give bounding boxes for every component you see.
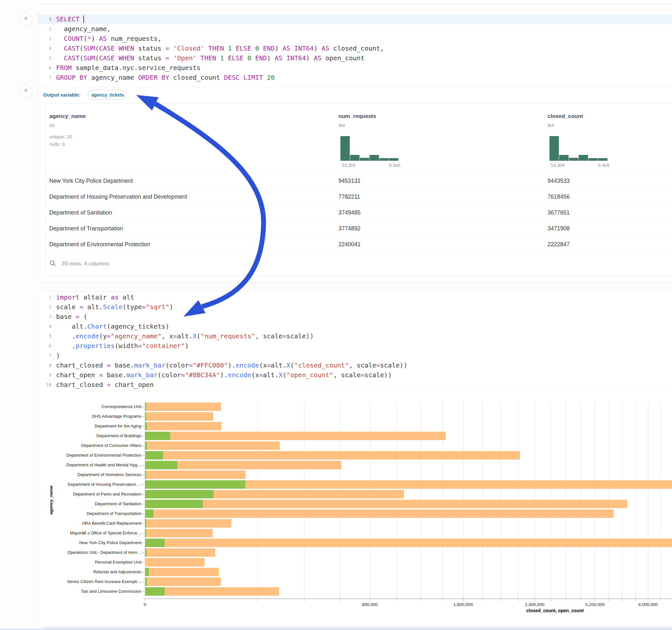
code-line[interactable]: 9chart_open = base.mark_bar(color="#8BC3… (38, 370, 672, 380)
code-line[interactable]: 4 CAST(SUM(CASE WHEN status = 'Closed' T… (38, 43, 672, 53)
open-count-bar[interactable] (145, 539, 165, 547)
code-line[interactable]: 1⌄SELECT (38, 14, 672, 24)
code-text: .encode(y="agency_name", x=alt.X("num_re… (56, 331, 314, 341)
y-axis-tick (142, 484, 144, 485)
line-number: 2 (38, 302, 51, 312)
y-axis-tick (142, 572, 144, 572)
closed-count-bar[interactable] (145, 422, 221, 430)
open-count-bar[interactable] (145, 441, 147, 450)
x-axis-tick (648, 599, 648, 601)
code-line[interactable]: 5 .encode(y="agency_name", x=alt.X("num_… (38, 331, 672, 341)
code-line[interactable]: 7GROUP BY agency_name ORDER BY closed_co… (38, 73, 672, 82)
closed-count-bar[interactable] (145, 441, 280, 450)
table-row[interactable]: Department of Housing Preservation and D… (45, 189, 672, 204)
y-axis-category-label: Senior Citizen Rent Increase Exempti… (55, 579, 141, 584)
closed-count-bar[interactable] (145, 519, 232, 528)
open-count-bar[interactable] (145, 519, 146, 528)
closed-count-bar[interactable] (145, 578, 221, 586)
closed-count-histogram (549, 136, 608, 161)
line-number: 2 (38, 24, 51, 34)
line-number: 1 (38, 14, 51, 24)
code-text: alt.Chart(agency_tickets) (56, 321, 169, 331)
open-count-bar[interactable] (145, 500, 203, 508)
open-count-bar[interactable] (145, 578, 147, 586)
code-line[interactable]: 2scale = alt.Scale(type="sqrt") (38, 302, 672, 312)
table-row[interactable]: Department of Transportation377489234719… (45, 221, 672, 236)
x-axis-tick (660, 599, 661, 601)
num-requests-histogram (340, 136, 399, 161)
closed-count-bar[interactable] (145, 568, 219, 576)
open-count-bar[interactable] (145, 422, 147, 430)
y-axis-tick (142, 533, 144, 533)
column-header-agency-name[interactable]: agency_name (49, 113, 86, 120)
open-count-bar[interactable] (145, 451, 163, 460)
table-cell: New York City Police Department (49, 177, 133, 185)
add-cell-button-top[interactable]: + (20, 12, 32, 25)
histogram-bar (379, 158, 389, 161)
closed-count-bar[interactable] (145, 529, 213, 537)
code-line[interactable]: 1import altair as alt (38, 292, 672, 302)
closed-count-bar[interactable] (145, 403, 221, 411)
x-axis-tick-label: 1,600,000 (444, 602, 483, 607)
line-number: 10 (38, 380, 51, 390)
table-row[interactable]: Department of Environmental Protection22… (45, 237, 672, 252)
table-row[interactable]: Department of Sanitation37494853677651 (45, 205, 672, 220)
open-count-bar[interactable] (145, 412, 146, 421)
code-line[interactable]: 7) (38, 350, 672, 360)
y-axis-tick (142, 436, 144, 436)
closed-count-bar[interactable] (145, 432, 446, 440)
open-count-bar[interactable] (145, 470, 146, 479)
table-cell: Department of Environmental Protection (49, 240, 150, 248)
open-count-bar[interactable] (145, 529, 146, 537)
open-count-bar[interactable] (145, 568, 149, 576)
fold-chevron-icon[interactable]: ⌄ (52, 15, 55, 24)
x-axis-tick (609, 599, 609, 601)
y-axis-tick (142, 475, 144, 475)
y-axis-tick (142, 582, 144, 582)
code-line[interactable]: 6 .properties(width="container") (38, 341, 672, 350)
column-type-num-requests: i64 (338, 122, 345, 128)
histogram-bar (369, 155, 379, 161)
python-editor[interactable]: 1import altair as alt2scale = alt.Scale(… (38, 292, 672, 390)
closed-count-bar[interactable] (145, 548, 215, 557)
sql-editor[interactable]: 1⌄SELECT 2 agency_name,3 COUNT(*) AS num… (38, 14, 672, 83)
output-variable-pill[interactable]: agency_tickets (88, 90, 126, 99)
open-count-bar[interactable] (145, 548, 146, 557)
add-cell-button-below-sql[interactable]: + (20, 84, 32, 97)
y-axis-title: agency_name (49, 485, 53, 514)
open-count-bar[interactable] (145, 509, 153, 518)
code-line[interactable]: 2 agency_name, (38, 24, 672, 34)
code-line[interactable]: 3 COUNT(*) AS num_requests, (38, 34, 672, 43)
closed-count-bar[interactable] (145, 558, 205, 566)
code-line[interactable]: 5 CAST(SUM(CASE WHEN status = 'Open' THE… (38, 53, 672, 63)
code-line[interactable]: 10chart_closed + chart_open (38, 380, 672, 390)
column-header-closed-count[interactable]: closed_count (548, 113, 583, 120)
closed-count-bar[interactable] (145, 509, 614, 518)
search-icon[interactable] (49, 260, 56, 267)
code-line[interactable]: 8chart_closed = base.mark_bar(color="#FF… (38, 360, 672, 370)
column-header-num-requests[interactable]: num_requests (338, 113, 376, 120)
line-number: 3 (38, 34, 51, 43)
x-axis-tick (635, 599, 636, 601)
code-text: agency_name, (56, 24, 111, 34)
closed-count-bar[interactable] (145, 470, 245, 479)
open-count-bar[interactable] (145, 587, 165, 596)
code-line[interactable]: 6FROM sample_data.nyc.service_requests (38, 63, 672, 73)
closed-count-bar[interactable] (145, 587, 279, 596)
y-axis-tick (142, 416, 144, 417)
closed-count-bar[interactable] (145, 500, 627, 508)
open-count-bar[interactable] (145, 403, 146, 411)
fold-chevron-icon[interactable]: ⌄ (52, 312, 55, 322)
table-cell: 3677651 (548, 209, 570, 217)
y-axis-category-label: Department of Transportation (55, 511, 141, 516)
code-line[interactable]: 4 alt.Chart(agency_tickets) (38, 321, 672, 331)
table-row[interactable]: New York City Police Department945313194… (45, 173, 672, 189)
open-count-bar[interactable] (145, 480, 245, 489)
closed-count-bar[interactable] (145, 451, 520, 460)
open-count-bar[interactable] (145, 432, 170, 440)
open-count-bar[interactable] (145, 490, 214, 499)
closed-count-bar[interactable] (145, 412, 213, 421)
closed-count-bar[interactable] (145, 539, 672, 547)
open-count-bar[interactable] (145, 461, 177, 469)
code-line[interactable]: 3⌄base = ( (38, 312, 672, 321)
